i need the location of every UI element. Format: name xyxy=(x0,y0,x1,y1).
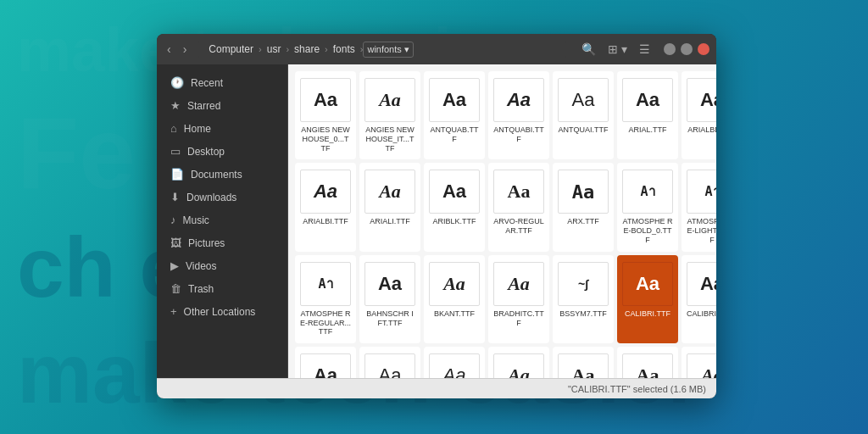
sidebar-item-pictures[interactable]: 🖼 Pictures xyxy=(160,231,284,254)
file-label: ANTQUAI.TTF xyxy=(559,125,609,135)
file-item[interactable]: AaARIAL.TTF xyxy=(617,71,678,159)
file-item[interactable]: AaARIBLK.TTF xyxy=(424,163,485,251)
file-label: ARIBLK.TTF xyxy=(432,217,476,226)
file-label: ARVO-REGULAR.TTF xyxy=(493,217,544,236)
file-item[interactable]: AaBKANT.TTF xyxy=(424,255,485,343)
file-label: BSSYM7.TTF xyxy=(559,309,607,319)
file-label: ATMOSPHE RE-REGULAR...TTF xyxy=(300,309,351,337)
font-preview-text: Aa xyxy=(572,181,595,203)
sidebar-item-documents[interactable]: 📄 Documents xyxy=(160,163,284,186)
font-preview-text: Aa xyxy=(379,181,401,203)
breadcrumb-share[interactable]: share xyxy=(289,42,325,57)
file-label: BRADHITC.TTF xyxy=(493,309,544,328)
main-content: 🕐 Recent ★ Starred ⌂ Home ▭ Desktop 📄 Do… xyxy=(157,64,716,378)
maximize-button[interactable] xyxy=(681,43,693,55)
file-item[interactable]: AaARIALBD.TTF xyxy=(682,71,716,159)
font-preview-text: Aa xyxy=(314,181,337,203)
file-item[interactable]: AaCAMBRIAB.TTF xyxy=(617,347,678,378)
sidebar-item-other-locations[interactable]: + Other Locations xyxy=(160,300,284,323)
desktop-icon: ▭ xyxy=(170,145,181,158)
file-item[interactable]: AaANTQUABI.TTF xyxy=(488,71,549,159)
file-item[interactable]: AาATMOSPHE RE-REGULAR...TTF xyxy=(295,255,356,343)
sidebar-label-recent: Recent xyxy=(191,77,223,89)
sidebar-label-starred: Starred xyxy=(187,100,220,112)
home-icon: ⌂ xyxy=(170,122,177,135)
file-grid-container[interactable]: AaANGIES NEW HOUSE_0...TTFAaANGIES NEW H… xyxy=(288,64,716,378)
sidebar-label-videos: Videos xyxy=(186,260,216,272)
back-button[interactable]: ‹ xyxy=(164,41,175,58)
font-preview-text: Aa xyxy=(508,273,530,295)
file-label: ARIALBI.TTF xyxy=(303,217,348,226)
sidebar-item-trash[interactable]: 🗑 Trash xyxy=(160,277,284,300)
sidebar-item-recent[interactable]: 🕐 Recent xyxy=(160,71,284,94)
file-manager-window: ‹ › Computer › usr › share › fonts › win… xyxy=(157,34,716,398)
font-preview-text: ~∫ xyxy=(578,277,588,291)
font-preview-text: Aa xyxy=(572,89,595,111)
font-preview-text: Aa xyxy=(507,89,531,111)
breadcrumb-computer[interactable]: Computer xyxy=(203,42,259,57)
trash-icon: 🗑 xyxy=(170,282,181,295)
other-locations-icon: + xyxy=(170,305,177,318)
file-label: BAHNSCHR IFT.TTF xyxy=(364,309,415,328)
file-item[interactable]: AaANTQUAB.TTF xyxy=(424,71,485,159)
file-item[interactable]: AaCALIBRIZ.TTF xyxy=(488,347,549,378)
search-button[interactable]: 🔍 xyxy=(578,41,599,58)
file-item[interactable]: AaBAHNSCHR IFT.TTF xyxy=(359,255,420,343)
menu-button[interactable]: ☰ xyxy=(636,41,654,58)
sidebar-item-music[interactable]: ♪ Music xyxy=(160,209,284,231)
font-preview-text: Aa xyxy=(508,181,531,203)
file-label: ARX.TTF xyxy=(567,217,599,226)
file-label: ARIALBD.TTF xyxy=(687,125,716,135)
file-item[interactable]: AaBRADHITC.TTF xyxy=(488,255,549,343)
file-label: CALIBRIB.TTF xyxy=(687,309,716,319)
font-preview-text: Aa xyxy=(700,89,716,111)
breadcrumb-usr[interactable]: usr xyxy=(262,42,287,57)
file-item[interactable]: AaARX.TTF xyxy=(553,163,614,251)
sidebar-label-trash: Trash xyxy=(188,283,214,295)
sidebar-label-downloads: Downloads xyxy=(186,192,236,203)
file-label: ARIALI.TTF xyxy=(370,217,410,226)
file-item[interactable]: AaCALIBRII.TTF xyxy=(295,347,356,378)
view-toggle-button[interactable]: ⊞ ▾ xyxy=(604,41,631,58)
sidebar-label-documents: Documents xyxy=(191,169,242,181)
font-preview-text: Aa xyxy=(637,364,659,378)
file-item[interactable]: AaARVO-REGULAR.TTF xyxy=(488,163,549,251)
file-item[interactable]: AaCALIBRI.TTF xyxy=(617,255,678,343)
videos-icon: ▶ xyxy=(170,259,179,272)
file-item[interactable]: AaANTQUAI.TTF xyxy=(553,71,614,159)
file-item[interactable]: AaANGIES NEW HOUSE_0...TTF xyxy=(295,71,356,159)
sidebar-item-downloads[interactable]: ⬇ Downloads xyxy=(160,186,284,209)
file-label: BKANT.TTF xyxy=(434,309,475,319)
font-preview-text: Aa xyxy=(636,273,659,295)
file-label: ANTQUABI.TTF xyxy=(493,125,544,144)
file-item[interactable]: AaANGIES NEW HOUSE_IT...TTF xyxy=(359,71,420,159)
file-item[interactable]: AaCAMBRIAI.TTF xyxy=(682,347,716,378)
titlebar: ‹ › Computer › usr › share › fonts › win… xyxy=(157,34,716,64)
file-item[interactable]: AาATMOSPHE RE-LIGHT_0.TTF xyxy=(682,163,716,251)
file-item[interactable]: AaCALIBRIB.TTF xyxy=(682,255,716,343)
file-label: ANTQUAB.TTF xyxy=(429,125,480,144)
file-item[interactable]: AaARIALBI.TTF xyxy=(295,163,356,251)
breadcrumb-fonts[interactable]: fonts xyxy=(328,42,360,57)
sidebar-item-videos[interactable]: ▶ Videos xyxy=(160,254,284,277)
file-item[interactable]: AaCALIBRIL.TTF xyxy=(359,347,420,378)
file-item[interactable]: AaCALIBRILI.TTF xyxy=(424,347,485,378)
file-item[interactable]: AaCAMBRIA.TTC xyxy=(553,347,614,378)
close-button[interactable] xyxy=(698,43,709,55)
sidebar-item-desktop[interactable]: ▭ Desktop xyxy=(160,140,284,163)
sidebar: 🕐 Recent ★ Starred ⌂ Home ▭ Desktop 📄 Do… xyxy=(157,64,288,378)
sidebar-item-home[interactable]: ⌂ Home xyxy=(160,117,284,140)
breadcrumb-winfonts[interactable]: winfonts ▾ xyxy=(363,42,413,58)
file-item[interactable]: AาATMOSPHE RE-BOLD_0.TTF xyxy=(617,163,678,251)
file-label: CALIBRI.TTF xyxy=(625,309,670,319)
sidebar-item-starred[interactable]: ★ Starred xyxy=(160,94,284,117)
font-preview-text: Aa xyxy=(443,273,465,295)
file-item[interactable]: ~∫BSSYM7.TTF xyxy=(553,255,614,343)
minimize-button[interactable] xyxy=(664,43,676,55)
sidebar-label-desktop: Desktop xyxy=(187,146,225,158)
font-preview-text: Aา xyxy=(640,181,654,202)
forward-button[interactable]: › xyxy=(180,41,191,58)
font-preview-text: Aa xyxy=(442,181,466,203)
file-item[interactable]: AaARIALI.TTF xyxy=(359,163,420,251)
font-preview-text: Aa xyxy=(572,364,595,378)
